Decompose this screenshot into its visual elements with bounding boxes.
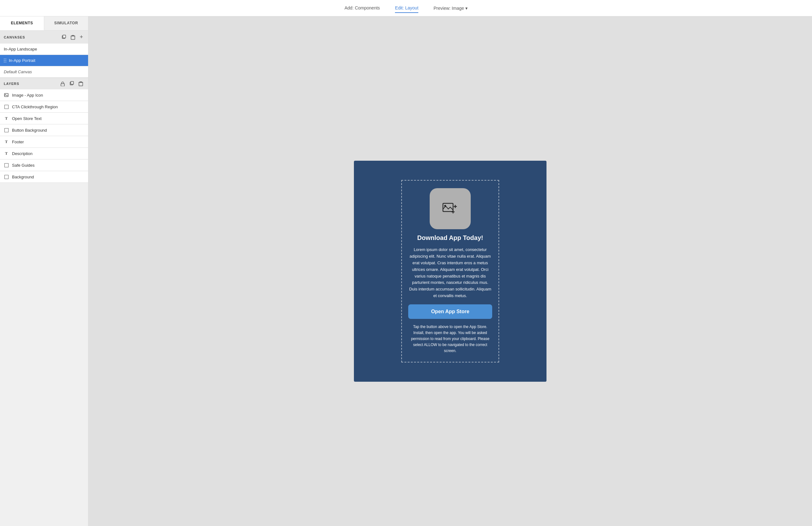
- layers-title: LAYERS: [4, 82, 19, 86]
- chevron-down-icon: ▾: [465, 6, 467, 11]
- canvas-area: Download App Today! Lorem ipsum dolor si…: [88, 16, 812, 526]
- layer-item-cta-clickthrough[interactable]: CTA Clickthrough Region: [0, 101, 88, 113]
- trash-icon: [71, 35, 75, 40]
- square-layer-icon-button-bg: [4, 128, 9, 133]
- layer-item-open-store-text[interactable]: T Open Store Text: [0, 113, 88, 125]
- tab-edit-layout[interactable]: Edit: Layout: [395, 3, 418, 13]
- app-description: Lorem ipsum dolor sit amet, consectetur …: [408, 247, 492, 299]
- layer-item-button-background[interactable]: Button Background: [0, 125, 88, 136]
- svg-rect-7: [79, 83, 83, 86]
- copy-layers-icon: [69, 81, 74, 86]
- canvases-add-button[interactable]: +: [78, 33, 84, 41]
- layer-item-image-app-icon[interactable]: Image - App Icon: [0, 89, 88, 101]
- layer-label-image-app-icon: Image - App Icon: [12, 93, 43, 98]
- canvases-section-header: CANVASES +: [0, 31, 88, 44]
- layer-label-background: Background: [12, 175, 34, 179]
- canvas-item-portrait[interactable]: In-App Portrait: [0, 55, 88, 66]
- layer-item-description[interactable]: T Description: [0, 148, 88, 159]
- top-navigation: Add: Components Edit: Layout Preview: Im…: [0, 0, 812, 16]
- layer-item-footer[interactable]: T Footer: [0, 136, 88, 148]
- canvas-portrait-label: In-App Portrait: [9, 58, 35, 63]
- copy-icon: [61, 35, 66, 40]
- text-layer-icon-open-store: T: [4, 116, 9, 121]
- lock-icon: [61, 82, 65, 86]
- tab-simulator[interactable]: SIMULATOR: [44, 16, 88, 30]
- layer-label-cta-clickthrough: CTA Clickthrough Region: [12, 104, 58, 109]
- app-content-dashed: Download App Today! Lorem ipsum dolor si…: [401, 180, 499, 362]
- app-preview: Download App Today! Lorem ipsum dolor si…: [354, 161, 547, 382]
- app-icon-image: [430, 188, 471, 229]
- layers-lock-button[interactable]: [59, 81, 66, 87]
- app-icon-svg: [442, 201, 458, 217]
- canvas-item-landscape[interactable]: In-App Landscape: [0, 44, 88, 55]
- default-canvas-label: Default Canvas: [0, 66, 88, 78]
- sidebar: ELEMENTS SIMULATOR CANVASES: [0, 16, 88, 526]
- layers-delete-button[interactable]: [77, 81, 84, 87]
- layer-label-open-store-text: Open Store Text: [12, 116, 42, 121]
- layer-item-safe-guides[interactable]: Safe Guides: [0, 159, 88, 171]
- sidebar-tabs: ELEMENTS SIMULATOR: [0, 16, 88, 31]
- canvases-delete-button[interactable]: [70, 34, 76, 40]
- trash-layers-icon: [78, 81, 83, 86]
- canvases-actions: +: [60, 33, 84, 41]
- app-footer: Tap the button above to open the App Sto…: [408, 324, 492, 354]
- app-cta-button[interactable]: Open App Store: [408, 304, 492, 319]
- canvases-title: CANVASES: [4, 35, 25, 39]
- tab-add-components[interactable]: Add: Components: [345, 3, 380, 13]
- tab-elements[interactable]: ELEMENTS: [0, 16, 44, 30]
- canvas-landscape-label: In-App Landscape: [4, 47, 37, 52]
- layer-label-button-background: Button Background: [12, 128, 47, 133]
- layer-label-safe-guides: Safe Guides: [12, 163, 35, 167]
- text-layer-icon-description: T: [4, 151, 9, 156]
- layer-label-footer: Footer: [12, 140, 24, 144]
- text-layer-icon-footer: T: [4, 139, 9, 144]
- square-layer-icon-background: [4, 174, 9, 179]
- square-layer-icon-safe-guides: [4, 163, 9, 167]
- image-layer-icon: [4, 92, 9, 98]
- svg-rect-1: [63, 35, 66, 38]
- layer-label-description: Description: [12, 151, 32, 156]
- svg-rect-6: [71, 82, 74, 84]
- layers-actions: [59, 81, 84, 87]
- layers-section-header: LAYERS: [0, 78, 88, 89]
- layer-item-background[interactable]: Background: [0, 171, 88, 183]
- tab-preview-image[interactable]: Preview: Image ▾: [434, 6, 467, 11]
- canvases-copy-button[interactable]: [60, 34, 68, 40]
- app-title: Download App Today!: [417, 234, 483, 242]
- svg-rect-2: [71, 36, 75, 40]
- drag-handle-icon: [4, 58, 6, 62]
- square-layer-icon-cta: [4, 104, 9, 109]
- main-layout: ELEMENTS SIMULATOR CANVASES: [0, 16, 812, 526]
- layers-copy-button[interactable]: [68, 81, 75, 87]
- svg-rect-4: [61, 84, 64, 86]
